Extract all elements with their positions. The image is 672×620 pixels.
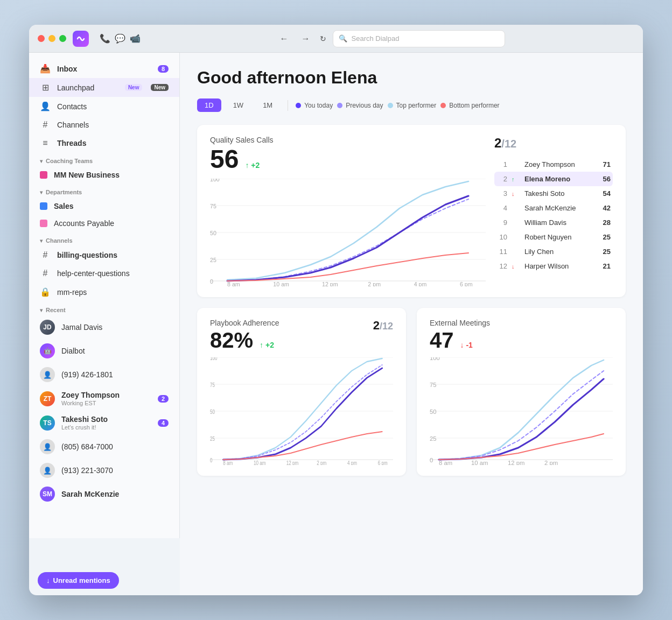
sidebar-item-threads[interactable]: ≡ Threads — [29, 134, 179, 152]
takeshi-badge: 4 — [158, 419, 169, 427]
rank-score-3: 54 — [603, 189, 611, 198]
inbox-badge: 8 — [158, 65, 169, 73]
zoey-info: Zoey Thompson Working EST — [61, 391, 120, 406]
refresh-button[interactable]: ↻ — [320, 34, 326, 43]
rank-score-12: 21 — [603, 262, 611, 270]
launchpad-icon: ⊞ — [40, 82, 51, 93]
sidebar-item-billing-questions[interactable]: # billing-questions — [29, 246, 179, 264]
sidebar-item-dialbot[interactable]: 🤖 Dialbot — [29, 339, 179, 363]
accounts-dot — [40, 220, 47, 227]
legend-top-performer: Top performer — [388, 102, 437, 109]
svg-text:6 pm: 6 pm — [378, 460, 388, 465]
help-center-label: help-center-questions — [57, 269, 130, 278]
filter-1w-button[interactable]: 1W — [226, 98, 251, 112]
close-button[interactable] — [38, 35, 45, 42]
takeshi-name: Takeshi Soto — [61, 415, 108, 424]
launchpad-label: Launchpad — [57, 83, 94, 92]
rank-score-2: 56 — [603, 175, 611, 183]
top-performer-dot — [388, 103, 393, 108]
video-icon[interactable]: 📹 — [130, 33, 141, 44]
zoey-badge: 2 — [158, 395, 169, 403]
rank-name-9: William Davis — [524, 219, 599, 227]
forward-button[interactable]: → — [298, 31, 313, 46]
qsc-card-top: Quality Sales Calls 56 ↑ +2 — [210, 136, 613, 286]
zoey-status: Working EST — [61, 400, 120, 406]
phone-icon[interactable]: 📞 — [100, 33, 110, 44]
dialbot-label: Dialbot — [61, 347, 85, 355]
bottom-performer-label: Bottom performer — [449, 102, 499, 109]
chat-icon[interactable]: 💬 — [115, 33, 125, 44]
mm-reps-label: mm-reps — [57, 288, 87, 297]
filter-1m-button[interactable]: 1M — [255, 98, 280, 112]
app-icon — [73, 31, 89, 47]
takeshi-avatar: TS — [40, 415, 55, 431]
svg-text:25: 25 — [210, 257, 216, 263]
search-bar[interactable]: 🔍 Search Dialpad — [333, 30, 505, 47]
sales-label: Sales — [54, 202, 74, 210]
sidebar-item-phone3[interactable]: 👤 (913) 221-3070 — [29, 459, 179, 482]
sidebar-item-contacts[interactable]: 👤 Contacts — [29, 97, 179, 116]
svg-text:50: 50 — [210, 230, 216, 236]
playbook-adherence-card: Playbook Adherence 82% ↑ +2 2/12 — [197, 308, 406, 476]
sidebar-item-accounts-payable[interactable]: Accounts Payable — [29, 215, 179, 232]
sidebar-item-sales[interactable]: Sales — [29, 198, 179, 215]
sidebar-item-sarah-mckenzie[interactable]: SM Sarah McKenzie — [29, 482, 179, 506]
sidebar-item-help-center[interactable]: # help-center-questions — [29, 264, 179, 283]
svg-text:0: 0 — [210, 279, 213, 285]
search-placeholder: Search Dialpad — [352, 34, 400, 43]
filter-bar: 1D 1W 1M You today Previous day Top perf… — [197, 98, 626, 112]
svg-text:0: 0 — [210, 457, 213, 463]
rank-score-1: 71 — [603, 160, 611, 168]
sidebar-item-mm-reps[interactable]: 🔒 mm-reps — [29, 283, 179, 301]
unread-arrow-icon: ↓ — [46, 576, 50, 584]
rank-ind-2: ↑ — [512, 176, 520, 182]
sidebar-item-jamal-davis[interactable]: JD Jamal Davis — [29, 315, 179, 339]
svg-text:2 pm: 2 pm — [317, 460, 326, 465]
sidebar-item-phone1[interactable]: 👤 (919) 426-1801 — [29, 363, 179, 386]
sidebar-item-inbox[interactable]: 📥 Inbox 8 — [29, 59, 179, 78]
sidebar-item-phone2[interactable]: 👤 (805) 684-7000 — [29, 435, 179, 459]
rank-name-10: Robert Nguyen — [524, 233, 599, 241]
sidebar-item-mm-new-business[interactable]: MM New Business — [29, 166, 179, 184]
coaching-chevron: ▾ — [40, 158, 43, 164]
svg-text:12 pm: 12 pm — [286, 460, 298, 465]
rank-pos-12: 12 — [496, 262, 507, 270]
qsc-left: Quality Sales Calls 56 ↑ +2 — [210, 136, 486, 286]
phone2-label: (805) 684-7000 — [61, 442, 113, 451]
previous-day-label: Previous day — [346, 102, 383, 109]
back-button[interactable]: ← — [277, 31, 292, 46]
phone1-icon: 👤 — [40, 367, 55, 382]
coaching-teams-header: ▾ Coaching Teams — [29, 152, 179, 166]
pa-left: Playbook Adherence 82% ↑ +2 — [210, 319, 279, 351]
billing-questions-label: billing-questions — [57, 251, 117, 259]
em-title: External Meetings — [430, 319, 613, 327]
rank-ind-12: ↓ — [512, 263, 520, 270]
departments-header: ▾ Departments — [29, 184, 179, 198]
maximize-button[interactable] — [59, 35, 66, 42]
sidebar-item-launchpad[interactable]: ⊞ Launchpad New New — [29, 78, 179, 97]
rank-row-3: 3 ↓ Takeshi Soto 54 — [494, 186, 613, 201]
unread-mentions-button[interactable]: ↓ Unread mentions — [38, 572, 119, 589]
rank-name-2: Elena Moreno — [524, 175, 599, 183]
rank-name-3: Takeshi Soto — [524, 189, 599, 198]
svg-text:10 am: 10 am — [254, 460, 265, 465]
recent-chevron: ▾ — [40, 307, 43, 313]
filter-1d-button[interactable]: 1D — [197, 98, 221, 112]
sidebar-item-takeshi-soto[interactable]: TS Takeshi Soto Let's crush it! 4 — [29, 411, 179, 435]
traffic-lights — [38, 35, 66, 42]
legend-bottom-performer: Bottom performer — [440, 102, 499, 109]
sidebar-item-zoey-thompson[interactable]: ZT Zoey Thompson Working EST 2 — [29, 386, 179, 411]
svg-text:8 am: 8 am — [227, 281, 240, 286]
svg-text:75: 75 — [210, 203, 216, 209]
legend-previous-day: Previous day — [337, 102, 383, 109]
zoey-avatar: ZT — [40, 391, 55, 406]
app-window: 📞 💬 📹 ← → ↻ 🔍 Search Dialpad 📥 Inbox 8 — [29, 25, 643, 595]
sidebar-item-channels[interactable]: # Channels — [29, 116, 179, 134]
svg-text:100: 100 — [430, 357, 440, 361]
search-icon: 🔍 — [339, 34, 347, 43]
rank-pos-11: 11 — [496, 248, 507, 256]
minimize-button[interactable] — [48, 35, 55, 42]
pa-chart: 100 75 50 25 0 8 am 10 am 12 pm 2 pm 4 p… — [210, 357, 393, 465]
rank-score-10: 25 — [603, 233, 611, 241]
channels-section-header: ▾ Channels — [29, 232, 179, 246]
